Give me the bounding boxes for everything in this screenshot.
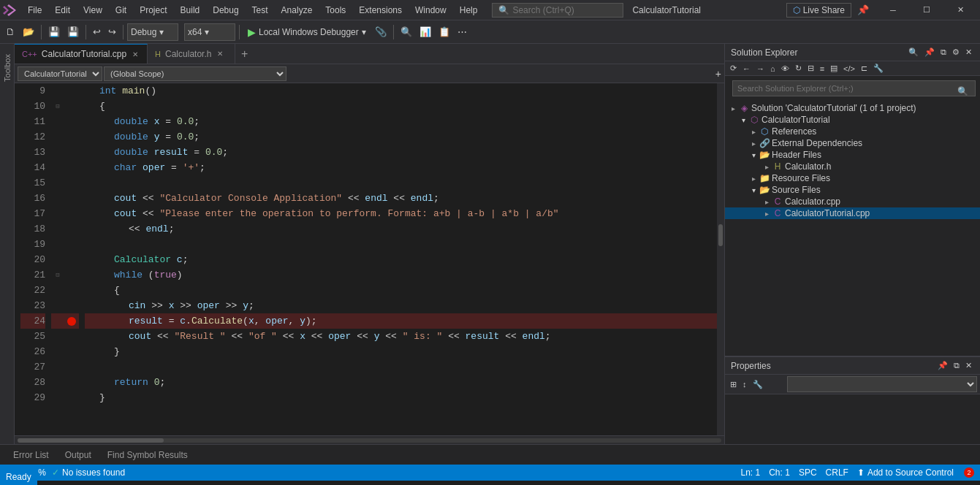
code-line-28: return 0; [85, 375, 717, 390]
search-input[interactable] [512, 5, 615, 15]
prop-dropdown[interactable] [787, 376, 977, 392]
code-line-14: char oper = '+'; [85, 160, 717, 175]
se-settings-button[interactable]: ⚙ [950, 47, 962, 58]
code-line-20: Calculator c; [85, 252, 717, 267]
se-pin-button[interactable]: 📌 [922, 47, 937, 58]
tab-find-results[interactable]: Find Symbol Results [100, 448, 195, 462]
se-close-button[interactable]: ✕ [963, 47, 974, 58]
ch-indicator: Ch: 1 [769, 467, 790, 478]
tab-error-list[interactable]: Error List [6, 448, 56, 462]
diag-button[interactable]: 📋 [436, 23, 453, 41]
horizontal-scrollbar[interactable] [15, 435, 724, 444]
se-search-input[interactable] [732, 80, 976, 96]
tree-project[interactable]: ▾ ⬡ CalculatorTutorial [725, 114, 980, 126]
prop-close-button[interactable]: ✕ [963, 360, 974, 371]
toolbar-separator-5 [393, 25, 394, 39]
maximize-button[interactable]: ☐ [910, 0, 943, 20]
menu-git[interactable]: Git [110, 4, 132, 17]
se-props-button[interactable]: ≡ [818, 64, 827, 74]
close-button[interactable]: ✕ [943, 0, 977, 20]
open-button[interactable]: 📂 [20, 23, 37, 41]
menu-extensions[interactable]: Extensions [353, 4, 408, 17]
tree-resource-files[interactable]: ▸ 📁 Resource Files [725, 172, 980, 184]
tab-output[interactable]: Output [58, 448, 99, 462]
issues-text: No issues found [62, 467, 125, 478]
se-home-button[interactable]: ⌂ [768, 64, 778, 74]
menu-view[interactable]: View [77, 4, 108, 17]
ready-status: Ready [0, 469, 37, 485]
run-button[interactable]: ▶ Local Windows Debugger ▾ [243, 25, 371, 39]
scrollbar-thumb[interactable] [718, 224, 723, 246]
editor-area: C++ CalculatorTutorial.cpp ✕ H Calculato… [15, 44, 724, 444]
status-bar: ⎇ 131 % ✓ No issues found Ln: 1 Ch: 1 SP… [0, 465, 980, 481]
tree-references[interactable]: ▸ ⬡ References [725, 126, 980, 137]
se-forward-button[interactable]: → [754, 64, 767, 74]
menu-analyze[interactable]: Analyze [276, 4, 319, 17]
tree-header-files[interactable]: ▾ 📂 Header Files [725, 149, 980, 161]
debug-config-dropdown[interactable]: Debug ▾ [127, 23, 178, 41]
hscroll-thumb[interactable] [18, 438, 164, 443]
save-all-button[interactable]: 💾 [64, 23, 82, 41]
pin-btn[interactable]: 📌 [853, 3, 873, 17]
tree-calculator-cpp[interactable]: ▸ C Calculator.cpp [725, 196, 980, 207]
tree-solution[interactable]: ▸ ◈ Solution 'CalculatorTutorial' (1 of … [725, 102, 980, 114]
menu-edit[interactable]: Edit [49, 4, 76, 17]
se-search-button[interactable]: 🔍 [906, 47, 921, 58]
vertical-scrollbar[interactable] [717, 83, 724, 435]
menu-tools[interactable]: Tools [319, 4, 352, 17]
menu-window[interactable]: Window [409, 4, 452, 17]
live-share-btn[interactable]: ⬡ Live Share [786, 3, 851, 18]
se-code-view-button[interactable]: </> [841, 64, 857, 74]
project-selector[interactable]: CalculatorTutorial [18, 66, 102, 81]
crlf-indicator[interactable]: CRLF [826, 467, 848, 478]
se-refresh-button[interactable]: ↻ [793, 63, 804, 74]
expand-icon-cc: ▸ [761, 198, 772, 206]
prop-float-button[interactable]: ⧉ [951, 360, 962, 371]
menu-debug[interactable]: Debug [207, 4, 244, 17]
prop-categories-button[interactable]: ⊞ [728, 379, 739, 390]
prop-pin-button[interactable]: 📌 [935, 360, 950, 371]
references-label: References [770, 126, 816, 137]
tab-close-button[interactable]: ✕ [131, 50, 140, 59]
find-button[interactable]: 🔍 [398, 23, 415, 41]
se-collapse-button[interactable]: ⊟ [805, 63, 816, 74]
se-preview-button[interactable]: ▤ [828, 63, 840, 74]
save-button[interactable]: 💾 [45, 23, 63, 41]
tree-source-files[interactable]: ▾ 📂 Source Files [725, 184, 980, 196]
tab-calculator-h[interactable]: H Calculator.h ✕ [148, 44, 235, 64]
collapse-gutter: ⊟ ⊟ [51, 83, 64, 435]
menu-project[interactable]: Project [134, 4, 172, 17]
line-numbers: 9 10 11 12 13 14 15 16 17 18 19 20 21 22… [15, 83, 51, 435]
platform-dropdown[interactable]: x64 ▾ [184, 23, 235, 41]
perf-button[interactable]: 📊 [417, 23, 434, 41]
menu-help[interactable]: Help [454, 4, 484, 17]
scope-selector[interactable]: (Global Scope) [104, 66, 286, 81]
se-wrench-button[interactable]: 🔧 [871, 63, 886, 74]
new-tab-button[interactable]: + [235, 44, 254, 64]
prop-wrench-button[interactable]: 🔧 [751, 379, 765, 390]
se-back-button[interactable]: ← [740, 64, 753, 74]
se-filter-button[interactable]: ⊏ [859, 63, 870, 74]
code-line-26: } [85, 344, 717, 359]
se-show-all-button[interactable]: 👁 [779, 64, 791, 74]
minimize-button[interactable]: ─ [876, 0, 910, 20]
menu-file[interactable]: File [22, 4, 48, 17]
menu-build[interactable]: Build [175, 4, 206, 17]
se-float-button[interactable]: ⧉ [938, 47, 949, 58]
undo-button[interactable]: ↩ [90, 23, 104, 41]
prop-alpha-button[interactable]: ↕ [740, 379, 749, 389]
new-project-button[interactable]: 🗋 [3, 23, 18, 41]
source-control-text[interactable]: ⬆ Add to Source Control [857, 467, 954, 478]
more-button[interactable]: ⋯ [455, 23, 470, 41]
tree-calculator-h[interactable]: ▸ H Calculator.h [725, 161, 980, 172]
redo-button[interactable]: ↪ [105, 23, 119, 41]
expand-editor-button[interactable]: + [715, 68, 721, 80]
tab-calculator-tutorial-cpp[interactable]: C++ CalculatorTutorial.cpp ✕ [15, 44, 148, 64]
tree-ext-deps[interactable]: ▸ 🔗 External Dependencies [725, 137, 980, 149]
tab-close-button-2[interactable]: ✕ [216, 49, 224, 58]
attach-button[interactable]: 📎 [372, 23, 390, 41]
menu-test[interactable]: Test [246, 4, 274, 17]
tree-calculator-tutorial-cpp[interactable]: ▸ C CalculatorTutorial.cpp [725, 207, 980, 219]
se-sync-button[interactable]: ⟳ [728, 63, 739, 74]
code-editor[interactable]: 9 10 11 12 13 14 15 16 17 18 19 20 21 22… [15, 83, 724, 435]
